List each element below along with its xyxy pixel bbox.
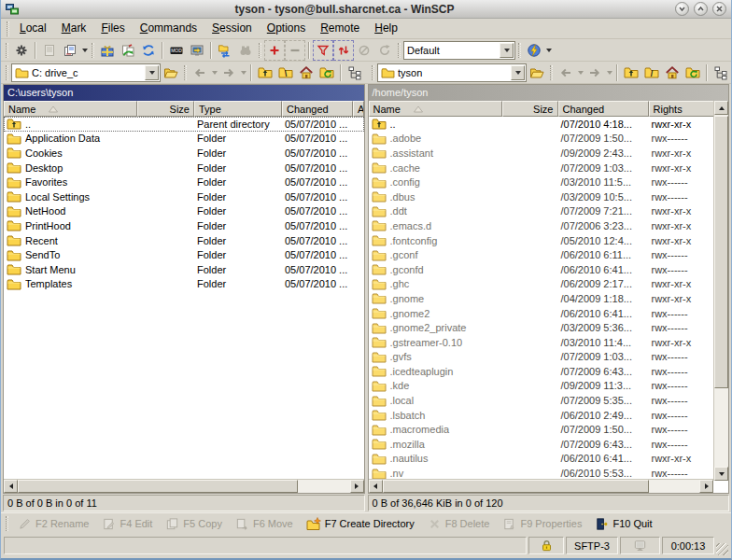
file-row[interactable]: Start MenuFolder05/07/2010 ...: [4, 262, 364, 277]
file-row[interactable]: CookiesFolder05/07/2010 ...: [4, 146, 364, 161]
column-header-type[interactable]: Type: [194, 101, 282, 117]
synchronize-icon[interactable]: [118, 40, 138, 61]
address-drag-handle[interactable]: [184, 65, 187, 80]
file-row[interactable]: .lsbatch/06/2010 2:49...rwx------: [369, 408, 729, 423]
console-icon[interactable]: [187, 40, 207, 61]
minus-icon[interactable]: [285, 40, 305, 61]
cmd-create-directory-button[interactable]: F7 Create Directory: [300, 514, 421, 534]
column-header-name[interactable]: Name: [4, 101, 137, 117]
scrollbar-thumb[interactable]: [383, 480, 649, 493]
column-header-changed[interactable]: Changed: [558, 101, 649, 117]
queue-icon[interactable]: [60, 40, 80, 61]
address-drag-handle[interactable]: [372, 65, 374, 80]
home-icon[interactable]: [662, 63, 683, 83]
file-row[interactable]: .ghc/06/2009 2:17...rwxr-xr-x: [369, 277, 729, 292]
local-directory-select[interactable]: C: drive_c: [11, 63, 161, 82]
file-row[interactable]: .nv/06/2010 5:53...rwx------: [369, 466, 729, 479]
file-row[interactable]: .cache/07/2009 1:03...rwxr-xr-x: [369, 161, 729, 175]
toolbar-drag-handle[interactable]: [259, 43, 261, 58]
session-select-arrow-icon[interactable]: [500, 43, 514, 58]
secure-connection-cell[interactable]: [528, 537, 564, 554]
column-header-rights[interactable]: Rights: [649, 101, 714, 117]
file-row[interactable]: .gnome2_private/03/2009 5:36...rwx------: [369, 320, 729, 335]
menu-commands[interactable]: Commands: [133, 20, 204, 37]
column-header-changed[interactable]: Changed: [282, 101, 353, 117]
tree-icon[interactable]: [711, 63, 731, 83]
remote-directory-arrow-icon[interactable]: [511, 65, 525, 80]
refresh-icon[interactable]: [138, 40, 159, 61]
back-icon[interactable]: [556, 63, 576, 83]
column-header-attr[interactable]: A: [353, 101, 364, 117]
lightning-icon[interactable]: [524, 40, 544, 61]
open-folder-icon[interactable]: [161, 63, 181, 83]
remote-horizontal-scrollbar[interactable]: [369, 479, 714, 493]
file-row[interactable]: .gconfd/06/2010 6:41...rwx------: [369, 262, 729, 277]
file-row[interactable]: .nautilus/06/2010 6:41...rwxr-xr-x: [369, 452, 729, 467]
scroll-left-icon[interactable]: [4, 480, 18, 493]
local-horizontal-scrollbar[interactable]: [4, 479, 364, 493]
winscp-app-icon[interactable]: [6, 3, 19, 16]
cmd-delete-button[interactable]: F8 Delete: [421, 514, 497, 534]
file-row[interactable]: .gnome2/06/2010 6:41...rwx------: [369, 306, 729, 321]
file-row[interactable]: .gconf/06/2010 6:11...rwx------: [369, 247, 729, 262]
file-row[interactable]: ..Parent directory05/07/2010 ...: [4, 117, 364, 132]
file-row[interactable]: DesktopFolder05/07/2010 ...: [4, 161, 364, 175]
minimize-button[interactable]: [675, 2, 689, 16]
scrollbar-thumb[interactable]: [714, 116, 728, 388]
funnel-icon[interactable]: [313, 40, 333, 61]
command-bar-drag-handle[interactable]: [6, 516, 8, 531]
cmd-rename-button[interactable]: F2 Rename: [11, 514, 95, 534]
file-row[interactable]: .dbus/03/2009 10:5...rwx------: [369, 189, 729, 204]
maximize-button[interactable]: [694, 2, 708, 16]
toolbar-drag-handle[interactable]: [92, 43, 94, 58]
file-row[interactable]: .assistant/09/2009 2:43...rwxr-xr-x: [369, 146, 729, 161]
menu-options[interactable]: Options: [260, 20, 313, 37]
file-row[interactable]: RecentFolder05/07/2010 ...: [4, 233, 364, 248]
file-row[interactable]: NetHoodFolder05/07/2010 ...: [4, 204, 364, 219]
back-dropdown-arrow-icon[interactable]: [576, 63, 584, 83]
toolbar-drag-handle[interactable]: [398, 43, 401, 58]
file-row[interactable]: .icedteaplugin/07/2009 6:43...rwx------: [369, 364, 729, 379]
scroll-up-icon[interactable]: [714, 101, 728, 115]
file-row[interactable]: .local/07/2009 5:35...rwx------: [369, 393, 729, 408]
file-row[interactable]: .gvfs/07/2009 1:03...rwx------: [369, 350, 729, 365]
address-drag-handle[interactable]: [550, 65, 553, 80]
package-icon[interactable]: [97, 40, 118, 61]
gear-icon[interactable]: [11, 40, 32, 61]
cmd-properties-button[interactable]: F9 Properties: [496, 514, 588, 534]
plus-icon[interactable]: [264, 40, 285, 61]
file-row[interactable]: Application DataFolder05/07/2010 ...: [4, 132, 364, 147]
parent-directory-icon[interactable]: [621, 63, 641, 83]
sort-updown-icon[interactable]: [333, 40, 354, 61]
back-icon[interactable]: [190, 63, 210, 83]
address-drag-handle[interactable]: [6, 65, 8, 80]
close-button[interactable]: [712, 2, 726, 16]
file-row[interactable]: .mozilla/07/2009 6:43...rwx------: [369, 437, 729, 452]
scroll-right-icon[interactable]: [350, 480, 364, 493]
remote-path-bar[interactable]: /home/tyson: [369, 85, 729, 101]
file-row[interactable]: ../07/2010 4:18...rwxr-xr-x: [369, 117, 729, 132]
tree-icon[interactable]: [345, 63, 365, 83]
forward-icon[interactable]: [218, 63, 239, 83]
file-row[interactable]: .config/03/2010 11:5...rwx------: [369, 175, 729, 189]
menu-remote[interactable]: Remote: [313, 20, 367, 37]
unselect-icon[interactable]: [354, 40, 374, 61]
file-row[interactable]: PrintHoodFolder05/07/2010 ...: [4, 218, 364, 233]
file-row[interactable]: .gnome/04/2009 1:18...rwxr-xr-x: [369, 291, 729, 306]
session-select[interactable]: Default: [403, 41, 515, 60]
scroll-down-icon[interactable]: [714, 467, 728, 481]
cmd-copy-button[interactable]: F5 Copy: [159, 514, 229, 534]
file-row[interactable]: .macromedia/07/2009 1:50...rwx------: [369, 422, 729, 437]
column-header-size[interactable]: Size: [137, 101, 194, 117]
remote-vertical-scrollbar[interactable]: [713, 101, 728, 481]
forward-dropdown-arrow-icon[interactable]: [239, 63, 247, 83]
root-directory-icon[interactable]: \: [275, 63, 296, 83]
toolbar-drag-handle[interactable]: [518, 43, 521, 58]
refresh-folder-icon[interactable]: [683, 63, 703, 83]
open-folder-icon[interactable]: [527, 63, 547, 83]
scroll-right-icon[interactable]: [699, 480, 713, 493]
forward-dropdown-arrow-icon[interactable]: [605, 63, 613, 83]
file-row[interactable]: .emacs.d/07/2006 3:23...rwxr-xr-x: [369, 218, 729, 233]
file-row[interactable]: .adobe/07/2009 1:50...rwx------: [369, 132, 729, 147]
cmd-quit-button[interactable]: F10 Quit: [588, 514, 658, 534]
